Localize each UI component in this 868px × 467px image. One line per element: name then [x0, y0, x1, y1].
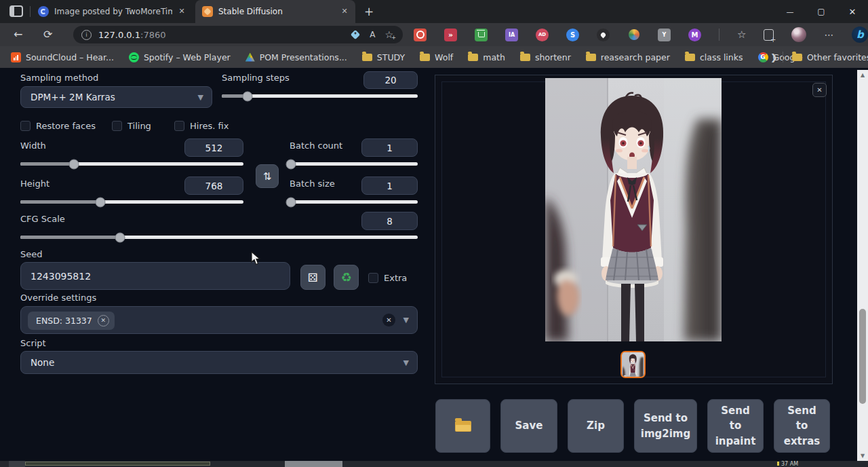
bookmark-folder-shortenr[interactable]: shortenr [520, 52, 571, 62]
override-chip[interactable]: ENSD: 31337✕ [28, 312, 115, 330]
bookmark-folder-classlinks[interactable]: class links [685, 52, 743, 62]
bookmark-soundcloud[interactable]: SoundCloud – Hear... [11, 52, 114, 62]
script-select[interactable]: None▼ [20, 351, 418, 374]
tab-stable-diffusion[interactable]: Stable Diffusion ✕ [195, 0, 355, 23]
seed-input[interactable]: 1243095812 [20, 262, 290, 290]
open-folder-button[interactable] [435, 399, 490, 453]
width-value[interactable]: 512 [184, 138, 243, 157]
google-icon: G [758, 52, 768, 62]
site-info-icon[interactable]: i [81, 30, 92, 40]
ext-pin-icon[interactable] [597, 29, 610, 41]
bookmark-folder-study[interactable]: STUDY [362, 52, 405, 62]
taskbar-clock: 37 AM [777, 461, 798, 467]
slider-handle[interactable] [285, 197, 296, 207]
ext-m-icon[interactable]: M [688, 29, 701, 41]
override-settings-field[interactable]: ENSD: 31337✕ ✕ ▼ [20, 306, 418, 334]
url-port: :7860 [140, 30, 165, 40]
address-bar[interactable]: i 127.0.0.1 :7860 A ☆+ [73, 26, 403, 43]
slider-handle[interactable] [68, 159, 79, 169]
close-tab-icon[interactable]: ✕ [176, 6, 187, 17]
batch-count-slider[interactable] [290, 162, 418, 166]
back-icon[interactable]: ← [14, 28, 22, 41]
ext-shazam-icon[interactable]: S [566, 29, 579, 41]
send-to-extras-button[interactable]: Send to extras [774, 399, 830, 453]
bookmark-folder-math[interactable]: math [468, 52, 505, 62]
read-aloud-icon[interactable]: A [370, 30, 375, 39]
favorites-icon[interactable]: ☆ [737, 29, 746, 41]
send-to-inpaint-button[interactable]: Send to inpaint [707, 399, 764, 453]
clear-all-icon[interactable]: ✕ [382, 314, 395, 326]
shopping-tag-icon[interactable] [351, 30, 360, 39]
gallery-thumbnail[interactable] [620, 351, 646, 378]
sampling-steps-slider[interactable] [222, 94, 418, 98]
slider-handle[interactable] [115, 232, 125, 242]
remove-chip-icon[interactable]: ✕ [98, 315, 109, 326]
stable-diffusion-favicon [202, 6, 213, 17]
bookmark-spotify[interactable]: Spotify – Web Player [129, 52, 231, 62]
restore-faces-checkbox[interactable] [20, 121, 31, 131]
profile-avatar[interactable] [791, 27, 806, 42]
save-button[interactable]: Save [500, 399, 557, 453]
batch-count-value[interactable]: 1 [361, 138, 418, 157]
extra-seed-checkbox[interactable] [368, 273, 378, 283]
sampling-method-select[interactable]: DPM++ 2M Karras▼ [20, 86, 212, 108]
batch-size-slider[interactable] [290, 200, 418, 204]
sampling-method-label: Sampling method [20, 73, 98, 83]
script-label: Script [20, 338, 46, 348]
other-favorites[interactable]: Other favorites [792, 52, 868, 62]
slider-handle[interactable] [96, 197, 106, 207]
vertical-scrollbar[interactable]: ▲ ▼ [857, 70, 868, 461]
ext-trash-icon[interactable] [475, 29, 488, 41]
slider-handle[interactable] [285, 159, 296, 169]
refresh-icon[interactable]: ⟳ [43, 28, 52, 41]
extension-icons: » IA AD S Y M ☆ ⋯ b [414, 23, 868, 46]
bookmark-folder-wolf[interactable]: Wolf [420, 52, 453, 62]
collections-icon[interactable] [764, 29, 774, 41]
ext-fastforward-icon[interactable]: » [444, 29, 457, 41]
new-tab-button[interactable]: + [362, 5, 376, 18]
random-seed-button[interactable]: ⚄ [300, 265, 326, 290]
height-value[interactable]: 768 [184, 176, 243, 195]
send-to-img2img-button[interactable]: Send to img2img [634, 399, 697, 453]
hires-fix-checkbox[interactable] [174, 121, 184, 131]
batch-count-label: Batch count [290, 141, 342, 151]
minimize-button[interactable]: — [774, 0, 806, 23]
generated-image[interactable] [545, 78, 722, 341]
workspaces-icon[interactable] [9, 5, 23, 17]
scroll-down-icon[interactable]: ▼ [857, 451, 868, 461]
cfg-scale-value[interactable]: 8 [361, 212, 418, 230]
width-slider[interactable] [20, 162, 243, 166]
tab-civitai[interactable]: Image posted by TwoMoreTimes ✕ [31, 0, 193, 23]
bing-icon[interactable]: b [852, 26, 868, 43]
ext-o-icon[interactable] [414, 29, 427, 41]
scroll-up-icon[interactable]: ▲ [857, 70, 868, 80]
folder-icon [468, 54, 478, 61]
height-slider[interactable] [20, 200, 243, 204]
cfg-scale-slider[interactable] [20, 236, 418, 239]
bookmarks-bar: SoundCloud – Hear... Spotify – Web Playe… [0, 46, 868, 68]
ext-globe-icon[interactable] [627, 29, 640, 41]
ext-ia-icon[interactable]: IA [505, 29, 518, 41]
bookmark-folder-research[interactable]: reasearch paper [586, 52, 670, 62]
taskbar-button [9, 461, 25, 467]
swap-dimensions-button[interactable]: ⇅ [256, 164, 279, 188]
reuse-seed-button[interactable]: ♻ [334, 265, 359, 290]
settings-menu-icon[interactable]: ⋯ [824, 29, 834, 40]
tiling-checkbox[interactable] [112, 121, 122, 131]
zip-button[interactable]: Zip [568, 399, 624, 453]
batch-size-value[interactable]: 1 [361, 176, 418, 195]
window-close-button[interactable]: ✕ [837, 0, 868, 23]
close-tab-icon[interactable]: ✕ [339, 6, 350, 17]
bookmarks-overflow-icon[interactable]: ❯ [770, 52, 778, 62]
ext-adblock-icon[interactable]: AD [536, 29, 549, 41]
sampling-steps-value[interactable]: 20 [363, 71, 418, 89]
bookmark-drive[interactable]: POM Presentations... [245, 52, 347, 62]
thumbnail-image [623, 352, 644, 377]
maximize-button[interactable]: ▢ [806, 0, 837, 23]
folder-icon [455, 421, 471, 432]
slider-handle[interactable] [242, 91, 252, 101]
close-image-button[interactable]: ✕ [812, 83, 827, 97]
add-favorite-icon[interactable]: ☆+ [384, 29, 393, 40]
ext-y-icon[interactable]: Y [658, 29, 671, 41]
scrollbar-thumb[interactable] [859, 309, 866, 404]
